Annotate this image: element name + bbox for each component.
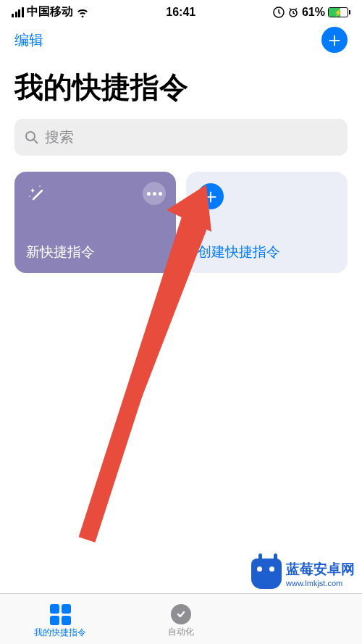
- tab-label: 我的快捷指令: [34, 627, 86, 639]
- tab-automation[interactable]: 自动化: [121, 594, 242, 644]
- shortcut-card-create[interactable]: ＋ 创建快捷指令: [186, 172, 348, 273]
- plus-icon: ＋: [201, 186, 221, 206]
- battery-icon: ⚡: [328, 7, 350, 17]
- card-title: 新快捷指令: [26, 243, 164, 262]
- carrier-label: 中国移动: [27, 4, 73, 20]
- nav-bar: 编辑 ＋: [0, 21, 362, 59]
- time-label: 16:41: [166, 6, 195, 19]
- status-right: 61% ⚡: [273, 6, 350, 19]
- edit-button[interactable]: 编辑: [14, 30, 43, 50]
- tab-shortcuts[interactable]: 我的快捷指令: [0, 594, 121, 644]
- watermark-icon: [251, 559, 282, 589]
- card-title: 创建快捷指令: [198, 243, 336, 262]
- dots-icon: [147, 192, 162, 196]
- wifi-icon: [76, 7, 89, 17]
- watermark-title: 蓝莓安卓网: [286, 560, 355, 579]
- add-button[interactable]: ＋: [321, 27, 348, 53]
- watermark-url: www.lmkjst.com: [286, 579, 355, 587]
- check-circle-icon: [171, 604, 191, 624]
- shortcut-card-new[interactable]: 新快捷指令: [14, 172, 176, 273]
- svg-point-2: [26, 132, 35, 141]
- signal-icon: [12, 7, 24, 17]
- tab-label: 自动化: [168, 626, 194, 638]
- shortcut-cards: 新快捷指令 ＋ 创建快捷指令: [0, 162, 362, 283]
- plus-icon: ＋: [324, 30, 345, 50]
- page-title: 我的快捷指令: [0, 59, 362, 113]
- status-bar: 中国移动 16:41 61% ⚡: [0, 0, 362, 21]
- more-button[interactable]: [143, 182, 166, 205]
- watermark: 蓝莓安卓网 www.lmkjst.com: [251, 559, 355, 589]
- orientation-lock-icon: [273, 7, 285, 18]
- wand-icon: [26, 183, 49, 206]
- grid-icon: [50, 604, 71, 625]
- search-placeholder: 搜索: [45, 127, 74, 147]
- status-left: 中国移动: [12, 4, 89, 20]
- tab-bar: 我的快捷指令 自动化: [0, 593, 362, 644]
- search-input[interactable]: 搜索: [14, 119, 348, 156]
- search-icon: [25, 130, 39, 145]
- alarm-icon: [287, 7, 299, 18]
- card-plus-button: ＋: [198, 183, 224, 209]
- battery-label: 61%: [302, 6, 325, 19]
